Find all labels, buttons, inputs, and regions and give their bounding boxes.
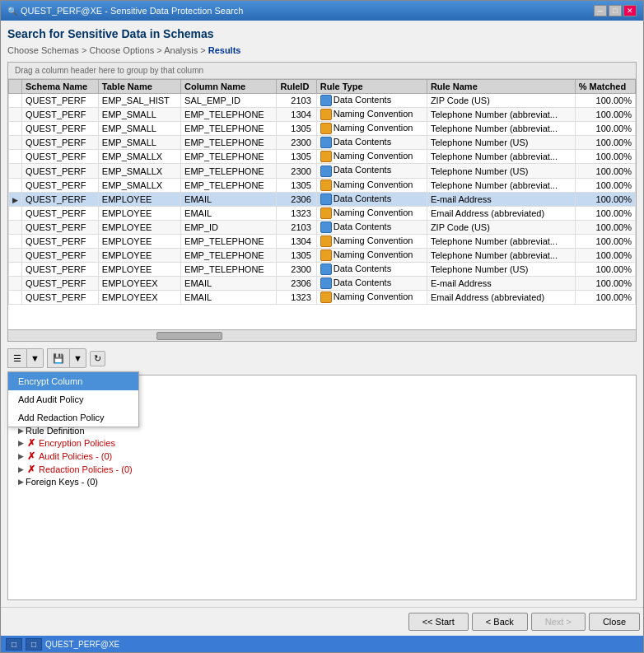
table-row[interactable]: ▶ QUEST_PERF EMPLOYEE EMAIL 2306 Data Co… [9, 192, 636, 206]
table-row[interactable]: QUEST_PERF EMP_SAL_HIST SAL_EMP_ID 2103 … [9, 94, 636, 108]
cell-schema: QUEST_PERF [22, 94, 99, 108]
cell-rulename: Email Address (abbreviated) [427, 206, 575, 220]
breadcrumb-choose-schemas[interactable]: Choose Schemas [7, 45, 79, 55]
cell-schema: QUEST_PERF [22, 220, 99, 234]
close-button-bottom[interactable]: Close [589, 613, 640, 631]
row-arrow [9, 206, 22, 220]
cell-column: EMP_TELEPHONE [181, 164, 277, 178]
breadcrumb-results: Results [208, 45, 241, 55]
main-content: Search for Sensitive Data in Schemas Cho… [1, 21, 643, 607]
cell-table: EMP_SAL_HIST [98, 94, 180, 108]
cell-ruletype: Data Contents [316, 94, 427, 108]
save-main-button[interactable]: 💾 [47, 348, 69, 368]
toolbar: ☰ ▼ 💾 ▼ ↻ Encrypt Column Add Audit Polic… [7, 345, 637, 371]
col-column[interactable]: Column Name [181, 80, 277, 94]
table-row[interactable]: QUEST_PERF EMPLOYEE EMP_ID 2103 Data Con… [9, 220, 636, 234]
cell-ruleid: 2103 [277, 94, 316, 108]
table-row[interactable]: QUEST_PERF EMPLOYEEX EMAIL 2306 Data Con… [9, 277, 636, 291]
col-ruleid[interactable]: RuleID [277, 80, 316, 94]
add-redaction-policy-item[interactable]: Add Redaction Policy [8, 408, 138, 427]
add-audit-policy-item[interactable]: Add Audit Policy [8, 390, 138, 408]
cell-column: SAL_EMP_ID [181, 94, 277, 108]
cell-pct: 100.00% [575, 249, 635, 263]
table-row[interactable]: QUEST_PERF EMPLOYEE EMP_TELEPHONE 1305 N… [9, 249, 636, 263]
rule-type-icon [320, 166, 332, 177]
cell-table: EMPLOYEEX [98, 277, 180, 291]
status-bar: □ □ QUEST_PERF@XE [1, 636, 643, 652]
row-arrow [9, 263, 22, 277]
back-button[interactable]: < Back [472, 613, 528, 631]
expand-icon: ▶ [18, 427, 24, 435]
cell-column: EMP_ID [181, 220, 277, 234]
cell-ruletype: Naming Convention [316, 150, 427, 164]
rule-type-icon [320, 278, 332, 289]
cell-pct: 100.00% [575, 178, 635, 192]
table-row[interactable]: QUEST_PERF EMP_SMALLX EMP_TELEPHONE 2300… [9, 164, 636, 178]
col-pct[interactable]: % Matched [575, 80, 635, 94]
foreign-keys-label: Foreign Keys - (0) [26, 477, 98, 487]
minimize-button[interactable]: ─ [594, 5, 607, 16]
cell-ruletype: Data Contents [316, 136, 427, 150]
table-row[interactable]: QUEST_PERF EMPLOYEE EMAIL 1323 Naming Co… [9, 206, 636, 220]
cell-column: EMP_TELEPHONE [181, 249, 277, 263]
cell-rulename: E-mail Address [427, 277, 575, 291]
table-row[interactable]: QUEST_PERF EMP_SMALL EMP_TELEPHONE 1304 … [9, 108, 636, 122]
start-button[interactable]: << Start [408, 613, 469, 631]
row-arrow [9, 178, 22, 192]
cell-rulename: Telephone Number (abbreviat... [427, 150, 575, 164]
cell-table: EMPLOYEEX [98, 291, 180, 305]
detail-foreign-keys[interactable]: ▶ Foreign Keys - (0) [12, 476, 632, 487]
cell-pct: 100.00% [575, 164, 635, 178]
encrypt-column-item[interactable]: Encrypt Column [8, 372, 138, 390]
table-row[interactable]: QUEST_PERF EMPLOYEE EMP_TELEPHONE 1304 N… [9, 234, 636, 248]
save-arrow-button[interactable]: ▼ [69, 348, 86, 368]
row-arrow [9, 234, 22, 248]
table-row[interactable]: QUEST_PERF EMP_SMALL EMP_TELEPHONE 1305 … [9, 122, 636, 136]
cell-column: EMP_TELEPHONE [181, 122, 277, 136]
refresh-button[interactable]: ↻ [90, 351, 105, 366]
action-dropdown[interactable]: ☰ ▼ [7, 348, 44, 368]
status-icon2[interactable]: □ [26, 638, 42, 651]
cell-ruleid: 2300 [277, 164, 316, 178]
table-row[interactable]: QUEST_PERF EMP_SMALL EMP_TELEPHONE 2300 … [9, 136, 636, 150]
maximize-button[interactable]: □ [609, 5, 622, 16]
table-row[interactable]: QUEST_PERF EMPLOYEE EMP_TELEPHONE 2300 D… [9, 263, 636, 277]
detail-encryption-policies[interactable]: ▶ ✗ Encryption Policies [12, 436, 632, 450]
scrollbar-thumb[interactable] [156, 332, 222, 340]
col-rulename[interactable]: Rule Name [427, 80, 575, 94]
table-row[interactable]: QUEST_PERF EMP_SMALLX EMP_TELEPHONE 1305… [9, 178, 636, 192]
save-dropdown[interactable]: 💾 ▼ [47, 348, 86, 368]
breadcrumb-choose-options[interactable]: Choose Options [89, 45, 154, 55]
cell-schema: QUEST_PERF [22, 192, 99, 206]
cell-ruletype: Data Contents [316, 164, 427, 178]
table-row[interactable]: QUEST_PERF EMPLOYEEX EMAIL 1323 Naming C… [9, 291, 636, 305]
grid-scroll[interactable]: Schema Name Table Name Column Name RuleI… [8, 79, 636, 329]
rule-type-icon [320, 180, 332, 191]
detail-audit-policies[interactable]: ▶ ✗ Audit Policies - (0) [12, 450, 632, 463]
cell-column: EMAIL [181, 206, 277, 220]
next-button[interactable]: Next > [531, 613, 586, 631]
horizontal-scrollbar[interactable] [8, 329, 636, 341]
table-row[interactable]: QUEST_PERF EMP_SMALLX EMP_TELEPHONE 1305… [9, 150, 636, 164]
cell-pct: 100.00% [575, 192, 635, 206]
detail-redaction-policies[interactable]: ▶ ✗ Redaction Policies - (0) [12, 463, 632, 476]
cell-column: EMP_TELEPHONE [181, 234, 277, 248]
col-schema[interactable]: Schema Name [22, 80, 99, 94]
cell-schema: QUEST_PERF [22, 150, 99, 164]
col-ruletype[interactable]: Rule Type [316, 80, 427, 94]
row-arrow [9, 164, 22, 178]
breadcrumb-analysis[interactable]: Analysis [164, 45, 198, 55]
cell-table: EMPLOYEE [98, 220, 180, 234]
status-icon1[interactable]: □ [6, 638, 22, 651]
action-main-button[interactable]: ☰ [7, 348, 26, 368]
cell-table: EMP_SMALL [98, 108, 180, 122]
cell-rulename: Telephone Number (US) [427, 136, 575, 150]
cell-schema: QUEST_PERF [22, 136, 99, 150]
cell-rulename: Telephone Number (abbreviat... [427, 249, 575, 263]
action-arrow-button[interactable]: ▼ [26, 348, 44, 368]
col-table[interactable]: Table Name [98, 80, 180, 94]
row-arrow [9, 136, 22, 150]
close-button[interactable]: ✕ [623, 5, 637, 16]
cell-column: EMP_TELEPHONE [181, 108, 277, 122]
rule-type-icon [320, 222, 332, 233]
